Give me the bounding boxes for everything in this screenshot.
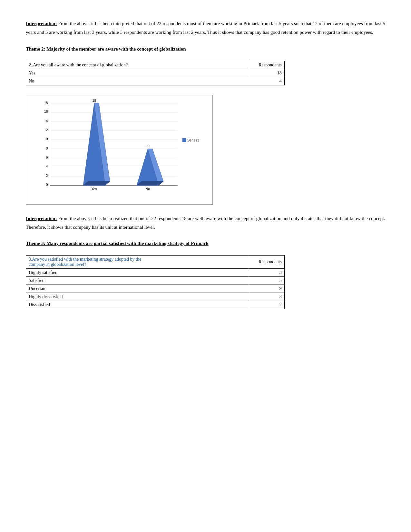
q3-value-highly-satisfied: 3 <box>249 269 284 277</box>
q3-label-uncertain: Uncertain <box>26 285 249 293</box>
q3-value-highly-dissatisfied: 3 <box>249 293 284 301</box>
table-q3-respondents-header: Respondents <box>249 256 284 269</box>
table-row-yes: Yes 18 <box>26 69 285 77</box>
svg-text:2: 2 <box>46 174 48 178</box>
svg-marker-28 <box>137 181 163 185</box>
table-q3-row-highly-satisfied: Highly satisfied 3 <box>26 269 285 277</box>
svg-text:16: 16 <box>44 110 48 113</box>
table-row-no: No 4 <box>26 77 285 85</box>
table-respondents-header: Respondents <box>249 61 284 69</box>
svg-text:No: No <box>145 187 150 191</box>
q3-question-line1: 3.Are you satisfied with the marketing s… <box>29 257 141 262</box>
bar-chart-svg: 0 2 4 6 8 10 12 14 16 18 18 <box>42 99 206 195</box>
table-label-no: No <box>26 77 249 85</box>
q3-label-highly-satisfied: Highly satisfied <box>26 269 249 277</box>
svg-text:Yes: Yes <box>91 187 97 191</box>
svg-text:14: 14 <box>44 119 48 123</box>
q3-label-dissatisfied: Dissatisfied <box>26 301 249 309</box>
q3-label-satisfied: Satisfied <box>26 277 249 285</box>
svg-text:18: 18 <box>92 99 96 102</box>
q3-label-highly-dissatisfied: Highly dissatisfied <box>26 293 249 301</box>
svg-text:18: 18 <box>44 101 48 105</box>
svg-text:8: 8 <box>46 146 48 150</box>
svg-text:0: 0 <box>46 183 48 187</box>
q3-question-line2: company at globalization level? <box>29 262 86 267</box>
table-q3-header-row: 3.Are you satisfied with the marketing s… <box>26 256 285 269</box>
table-q3-question-cell: 3.Are you satisfied with the marketing s… <box>26 256 249 269</box>
table-value-no: 4 <box>249 77 284 85</box>
theme-3-heading: Theme 3: Many respondents are partial sa… <box>26 241 385 246</box>
interpretation-2-text: From the above, it has been realized tha… <box>26 216 385 230</box>
table-value-yes: 18 <box>249 69 284 77</box>
table-question-cell: 2. Are you all aware with the concept of… <box>26 61 249 69</box>
theme-3-table: 3.Are you satisfied with the marketing s… <box>26 255 285 309</box>
svg-text:10: 10 <box>44 137 48 141</box>
table-q3-row-highly-dissatisfied: Highly dissatisfied 3 <box>26 293 285 301</box>
svg-text:12: 12 <box>44 128 48 132</box>
svg-rect-32 <box>182 138 186 142</box>
svg-text:Series1: Series1 <box>187 138 199 142</box>
q3-value-dissatisfied: 2 <box>249 301 284 309</box>
interpretation-2-block: Interpretation: From the above, it has b… <box>26 214 385 232</box>
svg-marker-24 <box>83 181 110 185</box>
q3-value-satisfied: 5 <box>249 277 284 285</box>
q3-value-uncertain: 9 <box>249 285 284 293</box>
table-q3-row-satisfied: Satisfied 5 <box>26 277 285 285</box>
svg-text:6: 6 <box>46 155 48 159</box>
theme-2-table: 2. Are you all aware with the concept of… <box>26 61 285 85</box>
svg-text:4: 4 <box>46 164 48 168</box>
interpretation-2-label: Interpretation: <box>26 216 57 221</box>
table-label-yes: Yes <box>26 69 249 77</box>
svg-text:4: 4 <box>147 144 149 148</box>
table-q3-row-dissatisfied: Dissatisfied 2 <box>26 301 285 309</box>
chart-container: 0 2 4 6 8 10 12 14 16 18 18 <box>26 95 213 205</box>
table-header-row: 2. Are you all aware with the concept of… <box>26 61 285 69</box>
interpretation-1-label: Interpretation: <box>26 21 57 26</box>
table-q3-row-uncertain: Uncertain 9 <box>26 285 285 293</box>
interpretation-1-text: From the above, it has been interpreted … <box>26 21 385 35</box>
theme-2-heading: Theme 2: Majority of the member are awar… <box>26 46 385 52</box>
interpretation-1-block: Interpretation: From the above, it has b… <box>26 19 385 37</box>
